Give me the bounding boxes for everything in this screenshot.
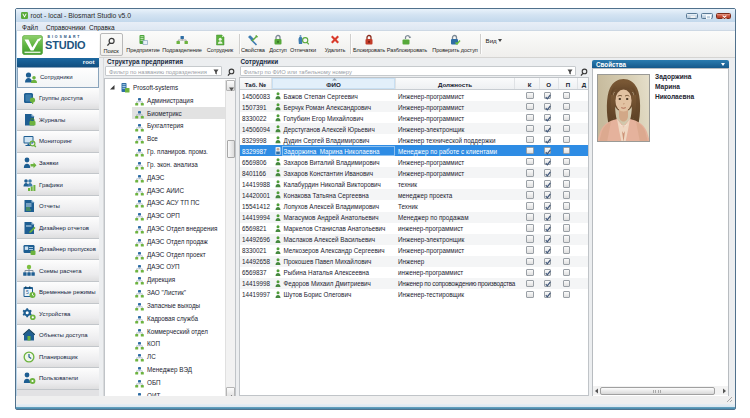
svg-text:5: 5 — [26, 289, 29, 295]
